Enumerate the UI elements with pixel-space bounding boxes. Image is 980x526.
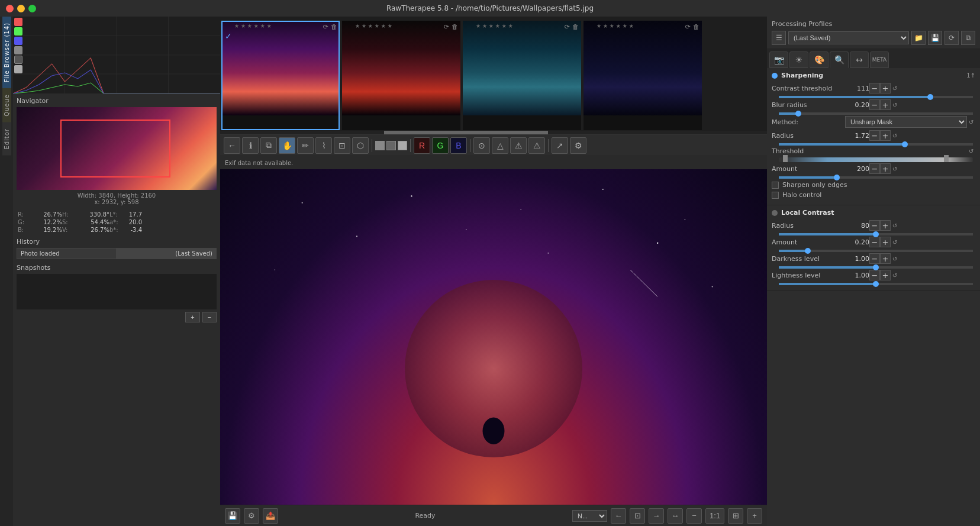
filmstrip-item-1[interactable]: ★ ★ ★ ★ ★ ★ ⟳ 🗑 ✓ — [221, 21, 340, 130]
blur-radius-plus[interactable]: + — [880, 99, 891, 110]
contrast-threshold-plus[interactable]: + — [880, 83, 891, 93]
channel-g-button[interactable]: G — [432, 137, 449, 154]
blur-radius-thumb[interactable] — [795, 111, 801, 117]
profile-reset-button[interactable]: ⟳ — [944, 31, 959, 45]
lc-amount-slider[interactable] — [779, 250, 973, 252]
contrast-threshold-slider[interactable] — [779, 96, 973, 98]
lc-amount-plus[interactable]: + — [880, 237, 891, 247]
radius-reset[interactable]: ↺ — [891, 131, 899, 140]
hist-bw-btn[interactable] — [14, 56, 22, 64]
color-box-3[interactable] — [398, 141, 407, 150]
export-direct-button[interactable]: 📤 — [263, 508, 278, 524]
lc-amount-minus[interactable]: − — [869, 237, 880, 247]
color-box-2[interactable] — [386, 141, 396, 150]
nav-left-button[interactable]: ← — [611, 508, 626, 524]
lc-radius-thumb[interactable] — [873, 231, 879, 237]
lc-lightness-reset[interactable]: ↺ — [891, 271, 899, 279]
lc-darkness-reset[interactable]: ↺ — [891, 254, 899, 263]
tab-transform[interactable]: ↔ — [850, 51, 869, 68]
halo-control-checkbox[interactable] — [772, 192, 779, 199]
brush-button[interactable]: ⌇ — [315, 137, 332, 154]
lc-lightness-plus[interactable]: + — [880, 270, 891, 280]
pan-button[interactable]: ✋ — [279, 137, 295, 154]
info-button[interactable]: ℹ — [242, 137, 259, 154]
sidebar-item-file-browser[interactable]: File Browser (14) — [2, 17, 11, 88]
shadow-button[interactable]: △ — [492, 137, 508, 154]
tab-color[interactable]: 🎨 — [810, 51, 829, 68]
settings-button[interactable]: ⚙ — [570, 137, 586, 154]
lc-darkness-thumb[interactable] — [873, 264, 879, 270]
batch-button[interactable]: ⚙ — [244, 508, 259, 524]
blur-radius-reset[interactable]: ↺ — [891, 101, 899, 109]
amount-slider[interactable] — [779, 176, 973, 179]
tab-exposure[interactable]: ☀ — [789, 51, 808, 68]
threshold-slider[interactable] — [779, 157, 973, 162]
threshold-thumb-right[interactable] — [944, 155, 949, 162]
profile-save-button[interactable]: 💾 — [928, 31, 942, 45]
nav-right-button[interactable]: → — [649, 508, 664, 524]
tab-detail[interactable]: 🔍 — [830, 51, 849, 68]
warning-button[interactable]: ⚠ — [528, 137, 545, 154]
contrast-threshold-thumb[interactable] — [927, 94, 933, 100]
amount-reset[interactable]: ↺ — [891, 164, 899, 173]
hist-blue-btn[interactable] — [14, 37, 22, 45]
threshold-thumb-left[interactable] — [783, 155, 788, 162]
blur-radius-minus[interactable]: − — [869, 99, 880, 110]
minimize-button[interactable] — [17, 5, 25, 12]
color-pick-button[interactable]: ✏ — [297, 137, 314, 154]
highlight-button[interactable]: ⚠ — [510, 137, 527, 154]
perspective-button[interactable]: ⬡ — [352, 137, 369, 154]
snapshot-add-button[interactable]: + — [185, 312, 199, 322]
tab-raw[interactable]: 📷 — [769, 51, 788, 68]
flip-h-button[interactable]: ↔ — [668, 508, 683, 524]
profile-folder-button[interactable]: 📁 — [911, 31, 926, 45]
save-queue-button[interactable]: 💾 — [225, 508, 240, 524]
hist-bar-btn[interactable] — [14, 65, 22, 73]
sharpening-header[interactable]: Sharpening 1↑ — [772, 72, 975, 79]
local-contrast-header[interactable]: Local Contrast — [772, 209, 975, 217]
amount-minus[interactable]: − — [869, 163, 880, 174]
contrast-threshold-minus[interactable]: − — [869, 83, 880, 93]
history-entry[interactable]: Photo loaded — [17, 248, 117, 259]
fit-button[interactable]: ⊡ — [630, 508, 645, 524]
lc-lightness-thumb[interactable] — [873, 281, 879, 287]
profile-copy-button[interactable]: ⧉ — [961, 31, 975, 45]
close-button[interactable] — [6, 5, 14, 12]
lc-lightness-slider[interactable] — [779, 283, 973, 285]
lc-amount-thumb[interactable] — [805, 248, 811, 254]
sidebar-item-queue[interactable]: Queue — [2, 88, 11, 122]
radius-slider[interactable] — [779, 143, 973, 146]
threshold-reset[interactable]: ↺ — [967, 147, 975, 155]
maximize-button[interactable] — [28, 5, 36, 12]
lc-darkness-plus[interactable]: + — [880, 253, 891, 264]
radius-minus[interactable]: − — [869, 130, 880, 141]
radius-plus[interactable]: + — [880, 130, 891, 141]
amount-plus[interactable]: + — [880, 163, 891, 174]
contrast-threshold-reset[interactable]: ↺ — [891, 84, 899, 92]
lc-lightness-minus[interactable]: − — [869, 270, 880, 280]
filmstrip-item-2[interactable]: ★ ★ ★ ★ ★ ★ ⟳ 🗑 — [342, 21, 460, 130]
history-saved[interactable]: (Last Saved) — [117, 248, 217, 259]
nav-back-button[interactable]: ← — [224, 137, 240, 154]
profile-list-button[interactable]: ☰ — [772, 31, 786, 45]
amount-thumb[interactable] — [834, 175, 840, 180]
mask-button[interactable]: ⊙ — [473, 137, 490, 154]
blur-radius-slider[interactable] — [779, 112, 973, 115]
filmstrip-scrollbar[interactable] — [220, 131, 767, 134]
lc-radius-minus[interactable]: − — [869, 220, 880, 231]
filmstrip-item-3[interactable]: ★ ★ ★ ★ ★ ★ ⟳ 🗑 — [463, 21, 581, 130]
crop-button[interactable]: ⊡ — [334, 137, 350, 154]
zoom-select[interactable]: N... 25% 50% 100% 200% — [572, 510, 607, 522]
snapshot-remove-button[interactable]: − — [202, 312, 217, 322]
lc-radius-plus[interactable]: + — [880, 220, 891, 231]
filmstrip-item-4[interactable]: ★ ★ ★ ★ ★ ★ ⟳ 🗑 — [584, 21, 702, 130]
zoom-100-button[interactable]: 1:1 — [705, 508, 724, 524]
channel-r-button[interactable]: R — [414, 137, 430, 154]
radius-thumb[interactable] — [902, 141, 908, 147]
profile-select[interactable]: (Last Saved) — [788, 31, 909, 44]
tab-meta[interactable]: META — [870, 51, 889, 68]
lc-radius-slider[interactable] — [779, 233, 973, 235]
lc-amount-reset[interactable]: ↺ — [891, 238, 899, 246]
hist-green-btn[interactable] — [14, 27, 22, 36]
lc-darkness-slider[interactable] — [779, 266, 973, 269]
